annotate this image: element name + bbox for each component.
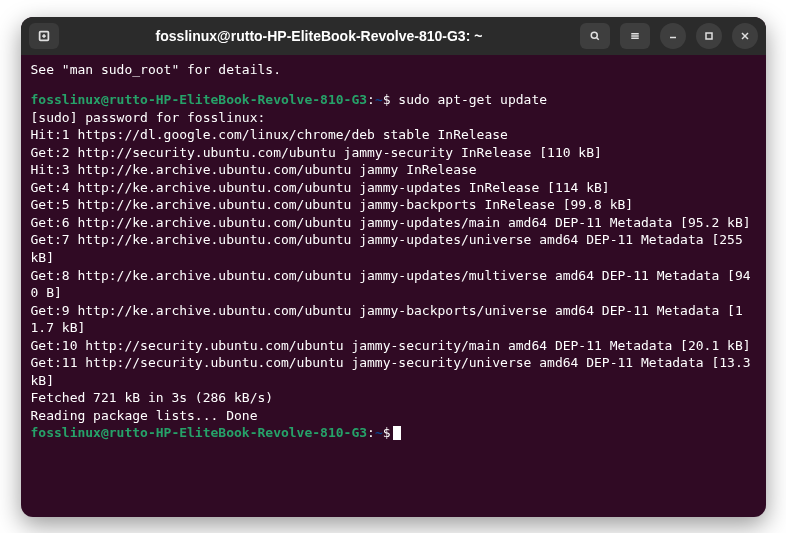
svg-rect-9 xyxy=(706,33,712,39)
prompt-line: fosslinux@rutto-HP-EliteBook-Revolve-810… xyxy=(31,424,756,442)
svg-line-4 xyxy=(596,37,598,39)
search-button[interactable] xyxy=(580,23,610,49)
maximize-icon xyxy=(703,30,715,42)
titlebar: fosslinux@rutto-HP-EliteBook-Revolve-810… xyxy=(21,17,766,55)
cursor xyxy=(393,426,401,440)
svg-point-3 xyxy=(591,32,597,38)
output-line: Hit:1 https://dl.google.com/linux/chrome… xyxy=(31,126,756,144)
close-button[interactable] xyxy=(732,23,758,49)
prompt-line: fosslinux@rutto-HP-EliteBook-Revolve-810… xyxy=(31,91,756,109)
output-line: Get:2 http://security.ubuntu.com/ubuntu … xyxy=(31,144,756,162)
output-line: Get:4 http://ke.archive.ubuntu.com/ubunt… xyxy=(31,179,756,197)
prompt-user-host: fosslinux@rutto-HP-EliteBook-Revolve-810… xyxy=(31,92,368,107)
prompt-colon: : xyxy=(367,425,375,440)
command-text: sudo apt-get update xyxy=(391,92,548,107)
minimize-button[interactable] xyxy=(660,23,686,49)
titlebar-right-controls xyxy=(580,23,758,49)
output-line: [sudo] password for fosslinux: xyxy=(31,109,756,127)
output-line: Hit:3 http://ke.archive.ubuntu.com/ubunt… xyxy=(31,161,756,179)
output-line: Get:5 http://ke.archive.ubuntu.com/ubunt… xyxy=(31,196,756,214)
output-line: Get:6 http://ke.archive.ubuntu.com/ubunt… xyxy=(31,214,756,232)
close-icon xyxy=(739,30,751,42)
minimize-icon xyxy=(667,30,679,42)
output-line: Fetched 721 kB in 3s (286 kB/s) xyxy=(31,389,756,407)
menu-button[interactable] xyxy=(620,23,650,49)
new-tab-button[interactable] xyxy=(29,23,59,49)
output-line: See "man sudo_root" for details. xyxy=(31,61,756,79)
output-line: Get:9 http://ke.archive.ubuntu.com/ubunt… xyxy=(31,302,756,337)
prompt-symbol: $ xyxy=(383,425,391,440)
search-icon xyxy=(589,30,601,42)
prompt-user-host: fosslinux@rutto-HP-EliteBook-Revolve-810… xyxy=(31,425,368,440)
prompt-path: ~ xyxy=(375,425,383,440)
output-line: Reading package lists... Done xyxy=(31,407,756,425)
prompt-symbol: $ xyxy=(383,92,391,107)
output-line: Get:11 http://security.ubuntu.com/ubuntu… xyxy=(31,354,756,389)
window-title: fosslinux@rutto-HP-EliteBook-Revolve-810… xyxy=(67,28,572,44)
prompt-colon: : xyxy=(367,92,375,107)
output-line: Get:10 http://security.ubuntu.com/ubuntu… xyxy=(31,337,756,355)
hamburger-icon xyxy=(629,30,641,42)
terminal-output[interactable]: See "man sudo_root" for details. fosslin… xyxy=(21,55,766,517)
output-line: Get:7 http://ke.archive.ubuntu.com/ubunt… xyxy=(31,231,756,266)
terminal-window: fosslinux@rutto-HP-EliteBook-Revolve-810… xyxy=(21,17,766,517)
prompt-path: ~ xyxy=(375,92,383,107)
output-line: Get:8 http://ke.archive.ubuntu.com/ubunt… xyxy=(31,267,756,302)
new-tab-icon xyxy=(37,29,51,43)
maximize-button[interactable] xyxy=(696,23,722,49)
titlebar-left-controls xyxy=(29,23,59,49)
